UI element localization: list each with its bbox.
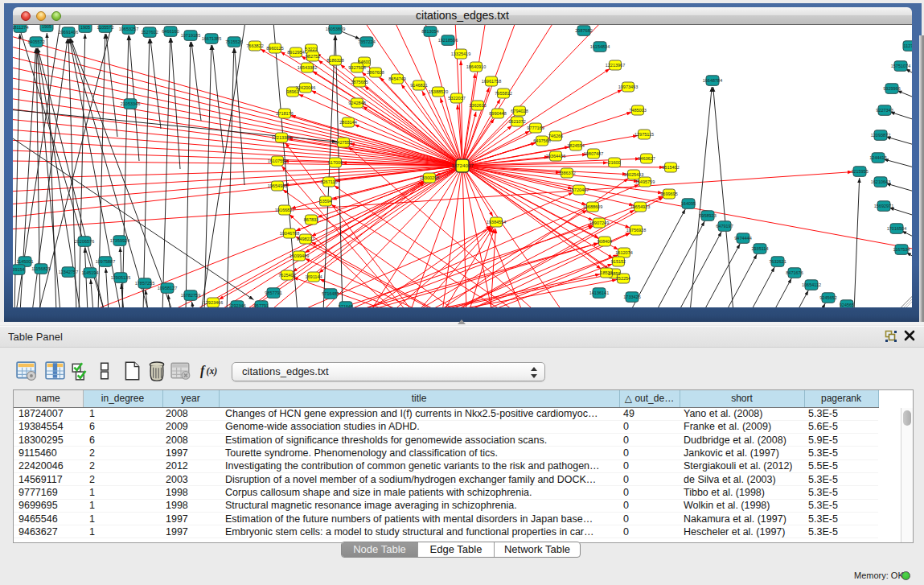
svg-text:7386372: 7386372: [558, 171, 575, 175]
svg-text:571648: 571648: [339, 304, 353, 307]
svg-text:10807487: 10807487: [584, 151, 603, 156]
svg-text:7663822: 7663822: [246, 43, 263, 48]
svg-text:867833: 867833: [304, 217, 318, 222]
svg-text:982752: 982752: [306, 54, 320, 59]
svg-text:9245652: 9245652: [819, 295, 836, 300]
svg-text:19654923: 19654923: [630, 204, 650, 209]
svg-text:1905: 1905: [80, 25, 90, 30]
svg-text:16495759: 16495759: [635, 179, 655, 184]
svg-text:1691144: 1691144: [305, 274, 322, 279]
svg-text:20364436: 20364436: [546, 154, 565, 159]
svg-text:8813054: 8813054: [421, 29, 438, 34]
svg-text:6479197: 6479197: [716, 224, 733, 229]
svg-text:2867608: 2867608: [367, 70, 384, 75]
svg-text:9474444: 9474444: [734, 236, 751, 241]
svg-text:19166827: 19166827: [275, 208, 294, 212]
svg-text:3875685: 3875685: [351, 80, 368, 84]
svg-text:21600: 21600: [608, 160, 620, 165]
svg-text:17359924: 17359924: [110, 238, 129, 243]
svg-text:12342757: 12342757: [59, 270, 78, 274]
svg-text:12975115: 12975115: [634, 132, 654, 137]
svg-text:12923466: 12923466: [203, 300, 223, 305]
svg-text:2803144: 2803144: [339, 120, 356, 125]
svg-text:54600: 54600: [358, 60, 370, 64]
svg-text:8498222: 8498222: [297, 237, 314, 241]
svg-text:7625402: 7625402: [278, 273, 295, 278]
svg-text:19218506: 19218506: [438, 38, 458, 43]
svg-text:10025433: 10025433: [624, 172, 643, 177]
svg-text:7632621: 7632621: [769, 259, 786, 264]
svg-text:8960125: 8960125: [266, 46, 283, 51]
svg-text:617006: 617006: [328, 160, 343, 165]
svg-text:18523: 18523: [600, 270, 612, 275]
svg-text:1733426: 1733426: [623, 295, 640, 299]
svg-text:15751074: 15751074: [891, 64, 910, 68]
svg-text:16543382: 16543382: [298, 65, 317, 70]
svg-text:6466160: 6466160: [162, 29, 179, 34]
svg-text:3824554: 3824554: [567, 143, 584, 148]
svg-text:53594: 53594: [319, 199, 331, 204]
svg-text:15720407: 15720407: [569, 187, 589, 192]
svg-text:10719185: 10719185: [181, 33, 200, 38]
svg-text:9242848: 9242848: [348, 101, 365, 105]
svg-text:39154: 39154: [13, 267, 25, 272]
svg-text:18907249: 18907249: [589, 220, 609, 225]
svg-text:18640910: 18640910: [466, 64, 486, 69]
svg-text:16210643: 16210643: [871, 179, 890, 184]
svg-text:1905: 1905: [42, 25, 51, 29]
svg-text:9146821: 9146821: [410, 83, 427, 88]
svg-text:(x): (x): [207, 366, 218, 377]
svg-text:f: f: [200, 364, 206, 378]
svg-text:1405572: 1405572: [27, 39, 44, 44]
svg-text:9329966: 9329966: [883, 86, 900, 91]
svg-text:15388520: 15388520: [429, 89, 448, 94]
svg-text:20206576: 20206576: [75, 239, 94, 244]
svg-text:7955812: 7955812: [495, 91, 511, 96]
svg-text:2087682: 2087682: [575, 28, 592, 33]
svg-text:908404: 908404: [598, 239, 612, 244]
svg-text:10958127: 10958127: [158, 286, 177, 290]
svg-text:7357224: 7357224: [358, 39, 375, 44]
svg-text:915152: 915152: [611, 259, 626, 264]
svg-text:1811274: 1811274: [13, 25, 29, 30]
svg-text:8471676: 8471676: [786, 270, 803, 275]
svg-text:21053346: 21053346: [121, 101, 140, 106]
svg-text:12213389: 12213389: [272, 135, 291, 140]
svg-text:1292346: 1292346: [228, 303, 245, 307]
svg-text:20691406: 20691406: [59, 30, 78, 35]
svg-text:8990448: 8990448: [489, 111, 506, 116]
svg-text:1612074: 1612074: [615, 250, 632, 255]
svg-text:252254: 252254: [616, 276, 630, 281]
svg-text:3267110: 3267110: [320, 179, 337, 184]
svg-text:5958923: 5958923: [699, 213, 716, 218]
svg-text:9777169: 9777169: [527, 126, 544, 130]
svg-text:2935114: 2935114: [751, 246, 768, 251]
svg-text:53221: 53221: [305, 47, 317, 51]
svg-text:16053809: 16053809: [326, 27, 345, 31]
svg-text:7485003: 7485003: [629, 108, 646, 113]
svg-text:9463627: 9463627: [638, 156, 655, 161]
svg-text:16671385: 16671385: [202, 36, 221, 41]
svg-text:13325419: 13325419: [451, 51, 470, 56]
svg-text:9857791: 9857791: [265, 290, 281, 295]
svg-text:957791: 957791: [254, 303, 269, 307]
svg-text:8427552: 8427552: [335, 140, 351, 145]
svg-text:98961: 98961: [286, 89, 298, 94]
svg-text:8186328: 8186328: [326, 58, 343, 63]
svg-text:9699695: 9699695: [660, 192, 677, 196]
svg-text:7515526: 7515526: [225, 39, 242, 44]
svg-text:9227343: 9227343: [876, 108, 893, 113]
svg-text:6497568: 6497568: [533, 138, 550, 143]
svg-text:17016504: 17016504: [887, 226, 906, 231]
svg-text:1145194: 1145194: [81, 270, 98, 275]
svg-text:1527602: 1527602: [141, 30, 158, 35]
svg-text:16099489: 16099489: [290, 253, 309, 258]
svg-text:12093872: 12093872: [871, 133, 890, 138]
svg-text:16154834: 16154834: [590, 44, 610, 49]
svg-text:10688609: 10688609: [583, 204, 602, 209]
svg-text:1145001: 1145001: [16, 259, 33, 264]
svg-text:16961758: 16961758: [482, 79, 501, 84]
svg-text:11274: 11274: [904, 43, 912, 48]
svg-text:164095: 164095: [681, 201, 696, 206]
svg-text:2718176: 2718176: [276, 111, 293, 116]
